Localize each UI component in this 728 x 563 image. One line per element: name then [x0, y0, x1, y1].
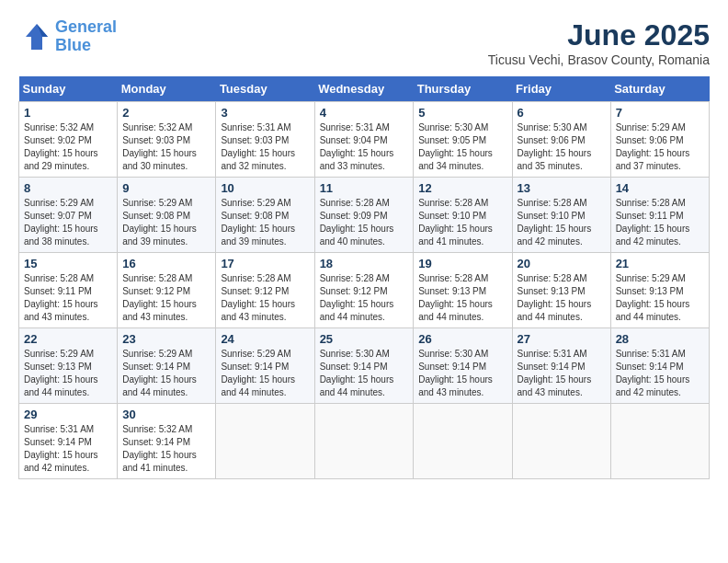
calendar-week-row: 15 Sunrise: 5:28 AMSunset: 9:11 PMDaylig…	[19, 253, 710, 328]
logo-blue: Blue	[55, 36, 91, 54]
day-number: 4	[320, 106, 409, 120]
day-number: 26	[418, 332, 506, 346]
logo-text: General Blue	[55, 18, 117, 55]
table-row: 28 Sunrise: 5:31 AMSunset: 9:14 PMDaylig…	[610, 328, 709, 404]
day-info: Sunrise: 5:31 AMSunset: 9:04 PMDaylight:…	[320, 122, 394, 171]
table-row	[512, 404, 610, 479]
day-number: 22	[24, 332, 112, 346]
table-row: 25 Sunrise: 5:30 AMSunset: 9:14 PMDaylig…	[314, 328, 414, 404]
title-area: June 2025 Ticusu Vechi, Brasov County, R…	[488, 18, 710, 67]
table-row: 4 Sunrise: 5:31 AMSunset: 9:04 PMDayligh…	[314, 102, 414, 178]
table-row: 8 Sunrise: 5:29 AMSunset: 9:07 PMDayligh…	[19, 178, 118, 253]
logo-general: General	[55, 17, 117, 36]
day-info: Sunrise: 5:32 AMSunset: 9:03 PMDaylight:…	[122, 122, 197, 171]
day-info: Sunrise: 5:28 AMSunset: 9:13 PMDaylight:…	[518, 273, 592, 322]
table-row: 12 Sunrise: 5:28 AMSunset: 9:10 PMDaylig…	[414, 178, 512, 253]
table-row: 16 Sunrise: 5:28 AMSunset: 9:12 PMDaylig…	[118, 253, 216, 328]
col-saturday: Saturday	[610, 76, 709, 102]
day-info: Sunrise: 5:32 AMSunset: 9:14 PMDaylight:…	[122, 424, 197, 473]
day-info: Sunrise: 5:29 AMSunset: 9:14 PMDaylight:…	[221, 349, 295, 397]
day-info: Sunrise: 5:29 AMSunset: 9:13 PMDaylight:…	[616, 273, 690, 322]
table-row	[314, 404, 414, 479]
day-number: 10	[221, 181, 309, 195]
table-row: 18 Sunrise: 5:28 AMSunset: 9:12 PMDaylig…	[314, 253, 414, 328]
calendar-week-row: 1 Sunrise: 5:32 AMSunset: 9:02 PMDayligh…	[19, 102, 710, 178]
subtitle: Ticusu Vechi, Brasov County, Romania	[488, 52, 710, 67]
day-number: 23	[122, 332, 210, 346]
day-number: 29	[24, 408, 112, 421]
day-number: 13	[518, 181, 606, 195]
table-row: 5 Sunrise: 5:30 AMSunset: 9:05 PMDayligh…	[414, 102, 512, 178]
day-number: 19	[418, 257, 506, 270]
day-info: Sunrise: 5:28 AMSunset: 9:13 PMDaylight:…	[418, 273, 493, 322]
day-info: Sunrise: 5:31 AMSunset: 9:14 PMDaylight:…	[24, 424, 98, 473]
table-row: 2 Sunrise: 5:32 AMSunset: 9:03 PMDayligh…	[118, 102, 216, 178]
day-info: Sunrise: 5:28 AMSunset: 9:11 PMDaylight:…	[616, 198, 690, 247]
day-number: 11	[320, 181, 409, 195]
day-info: Sunrise: 5:30 AMSunset: 9:14 PMDaylight:…	[320, 349, 394, 397]
table-row: 17 Sunrise: 5:28 AMSunset: 9:12 PMDaylig…	[216, 253, 314, 328]
day-number: 24	[221, 332, 309, 346]
day-number: 2	[122, 106, 210, 120]
day-info: Sunrise: 5:29 AMSunset: 9:08 PMDaylight:…	[122, 198, 197, 247]
table-row: 1 Sunrise: 5:32 AMSunset: 9:02 PMDayligh…	[19, 102, 118, 178]
day-number: 21	[616, 257, 704, 270]
day-number: 7	[616, 106, 704, 120]
day-number: 16	[122, 257, 210, 270]
day-info: Sunrise: 5:29 AMSunset: 9:14 PMDaylight:…	[122, 349, 197, 397]
table-row: 23 Sunrise: 5:29 AMSunset: 9:14 PMDaylig…	[118, 328, 216, 404]
table-row: 14 Sunrise: 5:28 AMSunset: 9:11 PMDaylig…	[610, 178, 709, 253]
day-number: 27	[518, 332, 606, 346]
calendar-table: Sunday Monday Tuesday Wednesday Thursday…	[18, 76, 710, 479]
day-info: Sunrise: 5:29 AMSunset: 9:06 PMDaylight:…	[616, 122, 690, 171]
day-number: 3	[221, 106, 309, 120]
table-row: 13 Sunrise: 5:28 AMSunset: 9:10 PMDaylig…	[512, 178, 610, 253]
col-friday: Friday	[512, 76, 610, 102]
day-number: 17	[221, 257, 309, 270]
table-row: 7 Sunrise: 5:29 AMSunset: 9:06 PMDayligh…	[610, 102, 709, 178]
day-number: 25	[320, 332, 409, 346]
table-row: 15 Sunrise: 5:28 AMSunset: 9:11 PMDaylig…	[19, 253, 118, 328]
day-info: Sunrise: 5:30 AMSunset: 9:06 PMDaylight:…	[518, 122, 592, 171]
table-row: 11 Sunrise: 5:28 AMSunset: 9:09 PMDaylig…	[314, 178, 414, 253]
day-number: 12	[418, 181, 506, 195]
table-row: 22 Sunrise: 5:29 AMSunset: 9:13 PMDaylig…	[19, 328, 118, 404]
day-number: 28	[616, 332, 704, 346]
day-number: 8	[24, 181, 112, 195]
table-row: 10 Sunrise: 5:29 AMSunset: 9:08 PMDaylig…	[216, 178, 314, 253]
day-info: Sunrise: 5:29 AMSunset: 9:07 PMDaylight:…	[24, 198, 98, 247]
header: General Blue June 2025 Ticusu Vechi, Bra…	[18, 18, 710, 67]
day-info: Sunrise: 5:28 AMSunset: 9:12 PMDaylight:…	[320, 273, 394, 322]
main-title: June 2025	[488, 18, 710, 52]
table-row: 24 Sunrise: 5:29 AMSunset: 9:14 PMDaylig…	[216, 328, 314, 404]
day-info: Sunrise: 5:30 AMSunset: 9:05 PMDaylight:…	[418, 122, 493, 171]
col-wednesday: Wednesday	[314, 76, 414, 102]
day-info: Sunrise: 5:28 AMSunset: 9:11 PMDaylight:…	[24, 273, 98, 322]
table-row: 9 Sunrise: 5:29 AMSunset: 9:08 PMDayligh…	[118, 178, 216, 253]
day-info: Sunrise: 5:28 AMSunset: 9:10 PMDaylight:…	[418, 198, 493, 247]
table-row: 3 Sunrise: 5:31 AMSunset: 9:03 PMDayligh…	[216, 102, 314, 178]
table-row: 20 Sunrise: 5:28 AMSunset: 9:13 PMDaylig…	[512, 253, 610, 328]
calendar-week-row: 8 Sunrise: 5:29 AMSunset: 9:07 PMDayligh…	[19, 178, 710, 253]
col-tuesday: Tuesday	[216, 76, 314, 102]
day-info: Sunrise: 5:29 AMSunset: 9:13 PMDaylight:…	[24, 349, 98, 397]
day-info: Sunrise: 5:30 AMSunset: 9:14 PMDaylight:…	[418, 349, 493, 397]
day-info: Sunrise: 5:28 AMSunset: 9:12 PMDaylight:…	[122, 273, 197, 322]
day-number: 9	[122, 181, 210, 195]
table-row: 21 Sunrise: 5:29 AMSunset: 9:13 PMDaylig…	[610, 253, 709, 328]
logo: General Blue	[18, 18, 117, 55]
table-row: 30 Sunrise: 5:32 AMSunset: 9:14 PMDaylig…	[118, 404, 216, 479]
calendar-week-row: 22 Sunrise: 5:29 AMSunset: 9:13 PMDaylig…	[19, 328, 710, 404]
calendar-week-row: 29 Sunrise: 5:31 AMSunset: 9:14 PMDaylig…	[19, 404, 710, 479]
day-number: 30	[122, 408, 210, 421]
table-row: 26 Sunrise: 5:30 AMSunset: 9:14 PMDaylig…	[414, 328, 512, 404]
day-number: 1	[24, 106, 112, 120]
table-row: 19 Sunrise: 5:28 AMSunset: 9:13 PMDaylig…	[414, 253, 512, 328]
day-info: Sunrise: 5:28 AMSunset: 9:10 PMDaylight:…	[518, 198, 592, 247]
col-sunday: Sunday	[19, 76, 118, 102]
table-row: 27 Sunrise: 5:31 AMSunset: 9:14 PMDaylig…	[512, 328, 610, 404]
day-number: 5	[418, 106, 506, 120]
day-info: Sunrise: 5:32 AMSunset: 9:02 PMDaylight:…	[24, 122, 98, 171]
calendar-header-row: Sunday Monday Tuesday Wednesday Thursday…	[19, 76, 710, 102]
table-row	[610, 404, 709, 479]
